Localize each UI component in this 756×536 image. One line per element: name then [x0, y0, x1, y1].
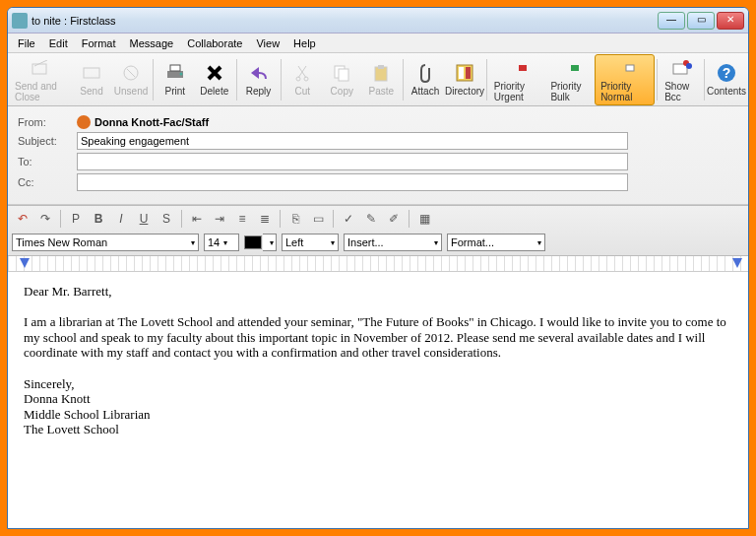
- priority-urgent-button[interactable]: Priority Urgent: [489, 54, 546, 105]
- bcc-icon: [670, 57, 692, 79]
- main-toolbar: Send and Close Send Unsend Print Delete …: [8, 53, 748, 106]
- attach-icon: [414, 62, 436, 84]
- help-icon: ?: [716, 62, 737, 84]
- extra-button[interactable]: ▦: [413, 209, 435, 229]
- to-input[interactable]: [77, 153, 628, 170]
- cc-label: Cc:: [18, 176, 77, 188]
- svg-rect-11: [378, 65, 384, 69]
- paste-icon: [370, 62, 392, 84]
- attach-button[interactable]: Attach: [406, 54, 445, 105]
- svg-rect-9: [339, 69, 348, 81]
- undo-button[interactable]: ↶: [12, 209, 33, 229]
- send-icon: [81, 62, 102, 84]
- color-swatch[interactable]: [244, 235, 262, 249]
- svg-rect-17: [626, 65, 634, 71]
- app-icon: [12, 13, 28, 29]
- reply-icon: [248, 62, 270, 84]
- image-button[interactable]: ▭: [307, 209, 329, 229]
- directory-button[interactable]: Directory: [445, 54, 484, 105]
- svg-rect-1: [84, 68, 99, 78]
- titlebar: to nite : Firstclass — ▭ ✕: [8, 8, 748, 34]
- svg-rect-16: [571, 65, 579, 71]
- body-paragraph: I am a librarian at The Lovett School an…: [24, 314, 732, 361]
- to-label: To:: [18, 156, 77, 168]
- format-select[interactable]: Format...▾: [447, 234, 545, 251]
- print-button[interactable]: Print: [156, 54, 195, 105]
- contents-button[interactable]: ?Contents: [707, 54, 746, 105]
- underline-button[interactable]: U: [133, 209, 155, 229]
- svg-text:?: ?: [723, 65, 731, 81]
- message-header: From: Donna Knott-Fac/Staff Subject: To:…: [8, 106, 748, 205]
- send-close-icon: [31, 57, 52, 79]
- reply-button[interactable]: Reply: [239, 54, 279, 105]
- redo-button[interactable]: ↷: [34, 209, 56, 229]
- minimize-button[interactable]: —: [658, 12, 685, 30]
- svg-point-20: [686, 63, 692, 69]
- cc-input[interactable]: [77, 173, 628, 191]
- indent-button[interactable]: ⇥: [209, 209, 230, 229]
- close-button[interactable]: ✕: [717, 12, 744, 30]
- svg-rect-13: [459, 67, 464, 79]
- priority-normal-button[interactable]: Priority Normal: [595, 54, 655, 105]
- unsend-icon: [120, 62, 142, 84]
- body-greeting: Dear Mr. Barrett,: [24, 284, 732, 300]
- align-select[interactable]: Left▾: [282, 234, 339, 251]
- numbering-button[interactable]: ≣: [254, 209, 276, 229]
- strike-button[interactable]: S: [156, 209, 177, 229]
- outdent-button[interactable]: ⇤: [186, 209, 208, 229]
- window-title: to nite : Firstclass: [32, 15, 658, 27]
- body-signature-name: Donna Knott: [24, 391, 732, 407]
- svg-rect-15: [519, 65, 527, 71]
- send-close-button[interactable]: Send and Close: [10, 54, 72, 105]
- ruler[interactable]: [8, 256, 748, 272]
- link-button[interactable]: ⎘: [284, 209, 306, 229]
- highlight-button[interactable]: ✐: [383, 209, 405, 229]
- font-select[interactable]: Times New Roman▾: [12, 234, 199, 251]
- subject-label: Subject:: [18, 135, 77, 147]
- priority-bulk-button[interactable]: Priority Bulk: [545, 54, 595, 105]
- bullets-button[interactable]: ≡: [231, 209, 253, 229]
- color-select[interactable]: ▾: [263, 234, 277, 251]
- italic-button[interactable]: I: [110, 209, 132, 229]
- directory-icon: [454, 62, 475, 84]
- svg-rect-10: [375, 67, 387, 81]
- delete-button[interactable]: Delete: [195, 54, 234, 105]
- menu-collaborate[interactable]: Collaborate: [181, 35, 248, 51]
- menu-message[interactable]: Message: [124, 35, 180, 51]
- menu-help[interactable]: Help: [287, 35, 322, 51]
- send-button[interactable]: Send: [72, 54, 111, 105]
- flag-urgent-icon: [507, 57, 529, 79]
- menu-file[interactable]: File: [12, 35, 41, 51]
- menu-view[interactable]: View: [250, 35, 285, 51]
- svg-point-5: [179, 73, 182, 76]
- unsend-button[interactable]: Unsend: [111, 54, 151, 105]
- clear-button[interactable]: ✎: [360, 209, 382, 229]
- body-signoff: Sincerely,: [24, 376, 732, 392]
- app-window: to nite : Firstclass — ▭ ✕ File Edit For…: [7, 7, 749, 529]
- menu-format[interactable]: Format: [76, 35, 122, 51]
- copy-button[interactable]: Copy: [322, 54, 361, 105]
- bold-button[interactable]: B: [88, 209, 109, 229]
- cut-icon: [291, 62, 313, 84]
- insert-select[interactable]: Insert...▾: [344, 234, 442, 251]
- delete-icon: [204, 62, 225, 84]
- menubar: File Edit Format Message Collaborate Vie…: [8, 34, 748, 53]
- svg-rect-14: [466, 67, 471, 79]
- fontsize-select[interactable]: 14▾: [204, 234, 239, 251]
- show-bcc-button[interactable]: Show Bcc: [660, 54, 702, 105]
- message-body[interactable]: Dear Mr. Barrett, I am a librarian at Th…: [8, 272, 748, 528]
- subject-input[interactable]: [77, 132, 628, 150]
- from-value: Donna Knott-Fac/Staff: [77, 115, 209, 129]
- paste-button[interactable]: Paste: [361, 54, 401, 105]
- flag-normal-icon: [614, 57, 636, 79]
- format-toolbar: ↶ ↷ P B I U S ⇤ ⇥ ≡ ≣ ⎘ ▭ ✓ ✎ ✐ ▦ Times …: [8, 205, 748, 256]
- body-signature-role: Middle School Librarian: [24, 407, 732, 423]
- plain-button[interactable]: P: [65, 209, 87, 229]
- cut-button[interactable]: Cut: [283, 54, 322, 105]
- spell-button[interactable]: ✓: [338, 209, 359, 229]
- maximize-button[interactable]: ▭: [687, 12, 715, 30]
- body-signature-org: The Lovett School: [24, 422, 732, 437]
- print-icon: [164, 62, 186, 84]
- from-label: From:: [18, 116, 77, 128]
- menu-edit[interactable]: Edit: [43, 35, 74, 51]
